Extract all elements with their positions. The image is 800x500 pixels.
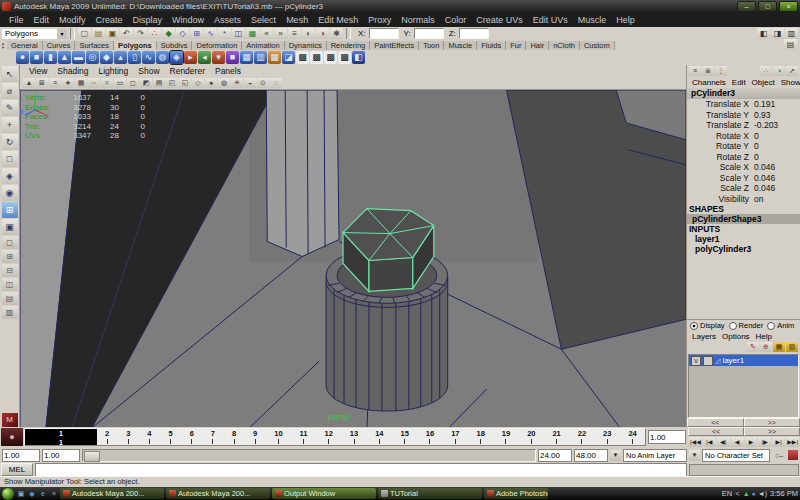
new-layer-assign-icon[interactable]: ▧	[786, 342, 798, 352]
language-indicator[interactable]: EN	[722, 489, 732, 498]
open-scene-icon[interactable]: ▤	[92, 28, 105, 39]
menu-item[interactable]: Color	[440, 15, 472, 25]
current-frame-marker[interactable]: 1 1	[25, 429, 97, 445]
checker-map-icon-3[interactable]: ▩	[324, 51, 337, 64]
auto-keyframe-icon[interactable]: ○–	[772, 450, 786, 461]
input-connections-icon[interactable]: «	[260, 28, 273, 39]
snap-to-view-plane-icon[interactable]: ◫	[232, 28, 245, 39]
command-input[interactable]	[35, 463, 687, 477]
frame-tick[interactable]: 20	[527, 429, 535, 445]
menu-item[interactable]: Muscle	[573, 15, 612, 25]
close-button[interactable]: ×	[779, 1, 798, 12]
poly-helix-icon[interactable]: ∿	[142, 51, 155, 64]
rgb-channels-icon[interactable]: ∴	[760, 66, 772, 76]
toggle-channel-box-icon[interactable]: ▥	[785, 28, 798, 39]
manip-keyable-icon[interactable]: ⋮	[715, 66, 727, 76]
x-coordinate-input[interactable]	[369, 28, 399, 39]
channel-attribute-row[interactable]: Translate Z -0.203	[687, 120, 800, 131]
shelf-tab[interactable]: Fluids	[477, 41, 506, 50]
shelf-tab[interactable]: General	[7, 41, 43, 50]
layout-two-stacked-icon[interactable]: ⊟	[2, 264, 18, 277]
timeline-ruler[interactable]: 1 1 2 3 4 5 6 7 8 9	[24, 428, 646, 446]
two-d-pan-zoom-icon[interactable]: ⇔	[88, 78, 100, 88]
menu-item[interactable]: Mesh	[281, 15, 313, 25]
poly-pipe-icon[interactable]: ▯	[128, 51, 141, 64]
pager-next-button[interactable]: >>	[744, 418, 800, 427]
isolate-select-icon[interactable]: ⊙	[257, 78, 269, 88]
playback-end-input[interactable]	[538, 449, 572, 462]
layer-editor-menu-item[interactable]: Options	[719, 332, 753, 341]
menu-item[interactable]: Display	[128, 15, 168, 25]
input-node[interactable]: polyCylinder3	[687, 244, 800, 254]
anim-layer-selector[interactable]: No Anim Layer	[623, 449, 687, 462]
menu-item[interactable]: Edit UVs	[528, 15, 573, 25]
menu-item[interactable]: Edit Mesh	[313, 15, 363, 25]
undo-icon[interactable]: ↶	[120, 28, 133, 39]
viewport-menu-item[interactable]: View	[24, 66, 52, 76]
snap-to-point-icon[interactable]: *	[218, 28, 231, 39]
frame-tick[interactable]: 22	[578, 429, 586, 445]
menu-item[interactable]: Normals	[396, 15, 440, 25]
select-object-icon[interactable]: ◆	[162, 28, 175, 39]
transfer-attributes-icon[interactable]: ▥	[254, 51, 267, 64]
new-empty-layer-icon[interactable]: ▦	[773, 342, 785, 352]
shelf-tab[interactable]: nCloth	[549, 41, 580, 50]
scale-tool[interactable]: □	[2, 151, 18, 167]
select-component-icon[interactable]: ◇	[176, 28, 189, 39]
shelf-tab[interactable]: Animation	[242, 41, 284, 50]
attribute-value[interactable]: 0.191	[749, 99, 775, 110]
grid-icon[interactable]: ⌗	[101, 78, 113, 88]
sculpt-geometry-icon[interactable]: ▸	[184, 51, 197, 64]
flip-uv-icon[interactable]: ◧	[352, 51, 365, 64]
frame-tick[interactable]: 12	[325, 429, 333, 445]
attribute-value[interactable]: 0.046	[749, 173, 775, 184]
uv-lattice-icon[interactable]: ▦	[268, 51, 281, 64]
paint-select-tool[interactable]: ✎	[2, 100, 18, 116]
layout-two-side-icon[interactable]: ◫	[2, 278, 18, 291]
new-scene-icon[interactable]: ▢	[78, 28, 91, 39]
snap-to-grid-icon[interactable]: ⊞	[190, 28, 203, 39]
channel-box-menu-item[interactable]: Object	[749, 78, 778, 87]
mirror-geometry-icon[interactable]: ◪	[282, 51, 295, 64]
output-connections-icon[interactable]: »	[274, 28, 287, 39]
make-hole-icon[interactable]: ◂	[198, 51, 211, 64]
render-current-frame-icon[interactable]: ◐	[302, 28, 315, 39]
taskbar-button-maya-1[interactable]: Autodesk Maya 200...	[60, 488, 164, 499]
menu-item[interactable]: Modify	[54, 15, 91, 25]
taskbar-button-output-window[interactable]: Output Window	[272, 488, 376, 499]
frame-tick[interactable]: 9	[253, 429, 257, 445]
frame-tick[interactable]: 16	[426, 429, 434, 445]
attribute-value[interactable]: 0	[749, 141, 759, 152]
timeline-left-icon[interactable]: ●	[1, 428, 23, 446]
channel-attribute-row[interactable]: Visibility on	[687, 194, 800, 205]
attribute-value[interactable]: on	[749, 194, 763, 205]
menu-item[interactable]: File	[4, 15, 29, 25]
start-button[interactable]	[2, 488, 14, 500]
soft-mod-tool[interactable]: ◉	[2, 185, 18, 201]
channel-attribute-row[interactable]: Scale Y 0.046	[687, 173, 800, 184]
frame-tick[interactable]: 7	[211, 429, 215, 445]
snap-to-curve-icon[interactable]: ∿	[204, 28, 217, 39]
construction-history-icon[interactable]: ≡	[288, 28, 301, 39]
manip-default-icon[interactable]: ≣	[702, 66, 714, 76]
frame-tick[interactable]: 8	[232, 429, 236, 445]
viewport-scene[interactable]: Verts: 1637 14 0 Edges: 3278 30 0 Faces:…	[20, 90, 686, 427]
menu-item[interactable]: Select	[246, 15, 281, 25]
animation-preferences-icon[interactable]	[788, 450, 798, 460]
frame-tick[interactable]: 6	[190, 429, 194, 445]
shelf-tab[interactable]: Polygons	[114, 41, 157, 50]
channel-attribute-row[interactable]: Scale Z 0.046	[687, 183, 800, 194]
shelf-tab[interactable]: Rendering	[327, 41, 371, 50]
tray-chevron-icon[interactable]: <	[735, 489, 739, 498]
shelf-tab[interactable]: Deformation	[192, 41, 242, 50]
last-tool-used[interactable]: ▣	[2, 219, 18, 235]
frame-tick[interactable]: 19	[502, 429, 510, 445]
ipr-render-icon[interactable]: ◑	[316, 28, 329, 39]
channel-attribute-row[interactable]: Translate Y 0.93	[687, 110, 800, 121]
chevron-down-icon[interactable]: ▾	[57, 29, 67, 39]
frame-tick[interactable]: 2	[105, 429, 109, 445]
frame-tick[interactable]: 10	[274, 429, 282, 445]
layer-color-swatch[interactable]: ◿	[715, 357, 720, 365]
animation-end-input[interactable]	[574, 449, 608, 462]
shaded-display-icon[interactable]: ●	[205, 78, 217, 88]
